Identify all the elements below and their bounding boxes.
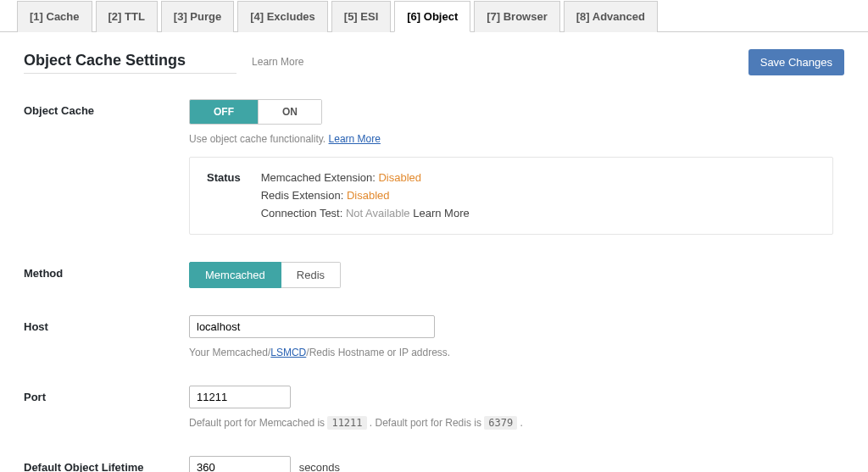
port-chip-memcached: 11211 <box>327 416 366 430</box>
method-label: Method <box>24 262 189 288</box>
tab-0[interactable]: [1] Cache <box>17 1 92 32</box>
method-redis-button[interactable]: Redis <box>281 262 341 288</box>
lifetime-label: Default Object Lifetime <box>24 456 189 472</box>
object-cache-label: Object Cache <box>24 99 189 235</box>
status-conn-value: Not Available <box>346 207 413 219</box>
method-memcached-button[interactable]: Memcached <box>189 262 281 288</box>
host-lsmcd-link[interactable]: LSMCD <box>270 347 306 358</box>
object-cache-off-button[interactable]: OFF <box>190 100 259 124</box>
tab-7[interactable]: [8] Advanced <box>564 1 658 32</box>
status-redis-value: Disabled <box>347 189 390 202</box>
lifetime-control: seconds Default TTL for cached objects. <box>189 456 844 472</box>
host-control: Your Memcached/LSMCD/Redis Hostname or I… <box>189 315 844 358</box>
status-conn-label: Connection Test: <box>261 207 346 219</box>
tab-3[interactable]: [4] Excludes <box>237 1 328 32</box>
header-row: Object Cache Settings Learn More Save Ch… <box>24 49 844 75</box>
status-memcached-label: Memcached Extension: <box>261 171 379 184</box>
port-desc-prefix: Default port for Memcached is <box>189 417 327 429</box>
host-desc: Your Memcached/LSMCD/Redis Hostname or I… <box>189 347 844 358</box>
save-changes-button[interactable]: Save Changes <box>748 49 844 75</box>
tab-4[interactable]: [5] ESI <box>331 1 391 32</box>
status-panel: Status Memcached Extension: Disabled Red… <box>189 157 833 235</box>
host-row: Host Your Memcached/LSMCD/Redis Hostname… <box>24 315 844 358</box>
port-chip-redis: 6379 <box>484 416 517 430</box>
tab-5[interactable]: [6] Object <box>394 1 470 32</box>
status-redis-line: Redis Extension: Disabled <box>261 187 470 205</box>
status-label: Status <box>207 169 241 222</box>
method-control: Memcached Redis <box>189 262 844 288</box>
lifetime-row: Default Object Lifetime seconds Default … <box>24 456 844 472</box>
page-title: Object Cache Settings <box>24 52 236 74</box>
status-redis-label: Redis Extension: <box>261 189 347 202</box>
method-toggle: Memcached Redis <box>189 262 341 288</box>
host-desc-prefix: Your Memcached/ <box>189 347 270 358</box>
status-memcached-value: Disabled <box>378 171 421 184</box>
lifetime-input[interactable] <box>189 456 291 472</box>
tab-bar: [1] Cache[2] TTL[3] Purge[4] Excludes[5]… <box>0 0 868 32</box>
port-desc: Default port for Memcached is 11211 . De… <box>189 417 844 429</box>
main-content: Object Cache Settings Learn More Save Ch… <box>0 32 868 472</box>
status-lines: Memcached Extension: Disabled Redis Exte… <box>261 169 470 222</box>
object-cache-row: Object Cache OFF ON Use object cache fun… <box>24 99 844 235</box>
host-label: Host <box>24 315 189 358</box>
tab-6[interactable]: [7] Browser <box>474 1 560 32</box>
host-input[interactable] <box>189 315 435 338</box>
object-cache-desc: Use object cache functionality. Learn Mo… <box>189 133 844 145</box>
port-control: Default port for Memcached is 11211 . De… <box>189 386 844 429</box>
method-row: Method Memcached Redis <box>24 262 844 288</box>
port-desc-mid: . Default port for Redis is <box>367 417 485 429</box>
status-conn-line: Connection Test: Not Available Learn Mor… <box>261 205 470 223</box>
port-row: Port Default port for Memcached is 11211… <box>24 386 844 429</box>
lifetime-unit: seconds <box>299 461 340 472</box>
header-learn-more-link[interactable]: Learn More <box>252 56 303 68</box>
status-memcached-line: Memcached Extension: Disabled <box>261 169 470 187</box>
port-input[interactable] <box>189 386 291 408</box>
object-cache-toggle: OFF ON <box>189 99 322 125</box>
object-cache-on-button[interactable]: ON <box>259 100 321 124</box>
tab-1[interactable]: [2] TTL <box>96 1 158 32</box>
object-cache-learn-more-link[interactable]: Learn More <box>329 133 381 145</box>
port-label: Port <box>24 386 189 429</box>
status-conn-learn-more-link[interactable]: Learn More <box>413 207 469 219</box>
object-cache-control: OFF ON Use object cache functionality. L… <box>189 99 844 235</box>
host-desc-suffix: /Redis Hostname or IP address. <box>306 347 450 358</box>
object-cache-desc-text: Use object cache functionality. <box>189 133 329 145</box>
tab-2[interactable]: [3] Purge <box>161 1 234 32</box>
header-left: Object Cache Settings Learn More <box>24 52 303 74</box>
port-desc-suffix: . <box>517 417 523 429</box>
